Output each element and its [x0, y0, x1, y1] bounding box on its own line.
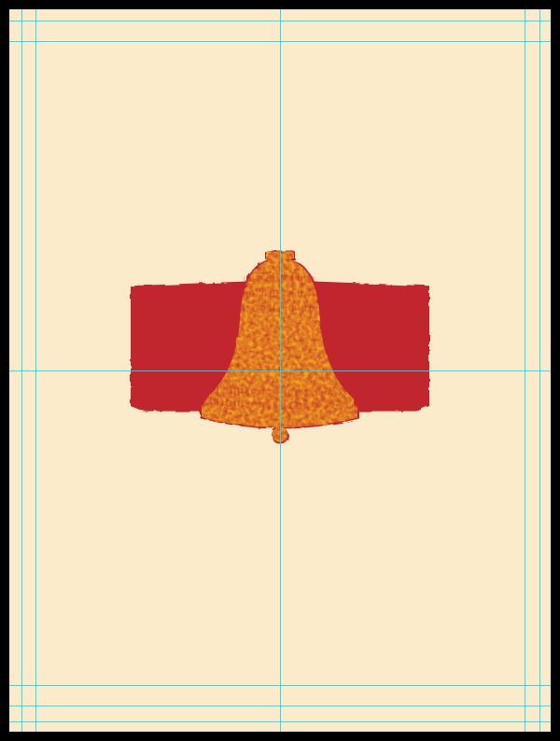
guide-horizontal[interactable] [9, 685, 551, 686]
guide-horizontal[interactable] [9, 21, 551, 21]
bell-icon [173, 245, 387, 460]
guide-vertical[interactable] [35, 9, 36, 732]
guide-vertical[interactable] [525, 9, 525, 732]
guide-vertical[interactable] [21, 9, 22, 732]
guide-horizontal[interactable] [9, 706, 551, 706]
svg-rect-3 [266, 252, 294, 260]
guide-horizontal[interactable] [9, 721, 551, 722]
document-canvas[interactable] [9, 9, 551, 732]
bell-emblem [131, 245, 429, 469]
guide-horizontal[interactable] [9, 41, 551, 42]
guide-vertical[interactable] [539, 9, 540, 732]
svg-rect-5 [278, 425, 283, 436]
design-workspace [0, 0, 560, 741]
